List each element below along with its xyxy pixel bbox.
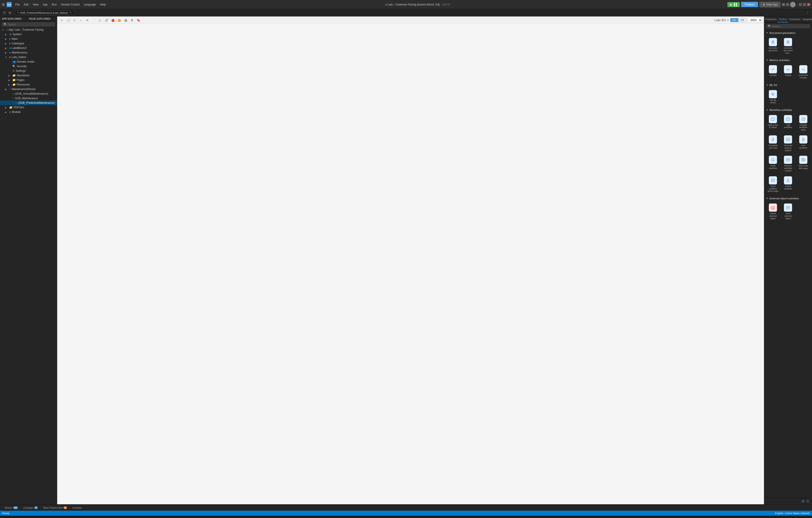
tab-connector[interactable]: Connector [788,17,802,22]
menu-app[interactable]: App [41,2,49,7]
tool-generate-jump-to-options[interactable]: Generate jump-to options [781,134,795,153]
tool-gauge[interactable]: Gauge [781,64,795,81]
publish-button[interactable]: Publish [741,2,758,7]
tool-delete-external-object[interactable]: Delete external object [766,202,780,221]
tool-unlock-workflow[interactable]: Unlock workflow [781,175,795,194]
menu-help[interactable]: Help [98,2,108,7]
section-header-external[interactable]: ▼ External object activities [764,196,812,201]
tool-lock-workflow[interactable]: Lock workflow [796,134,810,153]
tool-retrieve-workflow-context[interactable]: Retrieve workflow context [781,154,795,173]
logic-bot-toggle[interactable]: On Off [730,18,746,22]
tab-integration[interactable]: Integration [802,17,812,22]
sidebar-item-latobikesui[interactable]: ▶●LatoBikesUI [0,46,57,50]
section-header-metrics[interactable]: ▼ Metrics activities [764,58,812,62]
panel-menu-icon[interactable]: ⋮ [805,10,810,15]
tool-link[interactable]: 🔗 [104,18,109,23]
view-app-button[interactable]: 🖥 View App [759,2,780,7]
minimize-button[interactable]: ─ [799,3,802,6]
tab-changes[interactable]: Changes 7 [21,506,40,510]
sidebar-item-security[interactable]: 🔍Security [0,64,57,68]
sidebar-item-sub_annualmaintenance[interactable]: ○(SUB_AnnualMaintenance) [0,91,57,96]
share-icon[interactable]: ↗ [786,3,789,6]
sidebar-item-domain_model[interactable]: 👥Domain model [0,59,57,64]
toggle-off[interactable]: Off [738,18,746,22]
svg-marker-75 [804,118,804,120]
sidebar-search[interactable]: 🔍 [2,22,55,27]
sidebar-item-app[interactable]: ▼⌂App 'Lato - Customer Facing' [0,27,57,32]
tab-best-practice-bot[interactable]: Best Practice Bot 9 [40,506,69,510]
tab-console[interactable]: Console [70,506,84,510]
sidebar-item-pdfgen[interactable]: ▶📁PDFGen [0,105,57,110]
avatar[interactable] [790,2,795,7]
editor-tab-active[interactable]: ⊙ SUB_PredictiveMaintenance [Lato_Native… [14,10,74,15]
explorer-toggle[interactable]: ☰ [2,10,7,15]
sidebar-item-maintenance[interactable]: ▶●Maintenance [0,50,57,55]
menu-view[interactable]: View [31,2,40,7]
list-view-icon[interactable]: ☰ [805,499,810,503]
tab-close-icon[interactable]: ✕ [69,11,71,14]
grid-view-icon[interactable]: ⊞ [801,499,805,503]
menu-edit[interactable]: Edit [22,2,30,7]
page-explorer-toggle[interactable]: ⊞ [7,10,12,15]
menu-version-control[interactable]: Version Control [59,2,81,7]
sidebar-item-settings[interactable]: ⚙Settings [0,68,57,73]
zoom-select[interactable]: 200% 150% 100% 75% 50% [748,18,762,22]
tool-change-workflow-state[interactable]: Change workflow state [796,114,810,133]
tool-apply-jump-to-option[interactable]: Apply jump-to option [766,114,780,133]
tool-show-user-task-page[interactable]: Show user task page [796,154,810,173]
close-button[interactable]: ✕ [807,3,810,6]
menu-run[interactable]: Run [50,2,59,7]
tool-generate-document[interactable]: Generate document [766,36,780,56]
sidebar-item-maintenanceperiod[interactable]: ▶○MaintenancePeriod [0,87,57,91]
tool-stop-gray[interactable]: ⬤ [123,18,128,23]
tool-stop-orange[interactable]: ⬤ [117,18,122,23]
panel-search[interactable]: 🔍 [766,24,810,28]
tool-counter[interactable]: Counter [766,64,780,81]
tool-stop-red[interactable]: ⬤ [110,18,116,23]
sidebar-item-sub_maintenance[interactable]: ○SUB_Maintenance [0,96,57,100]
sidebar-item-system[interactable]: ▶⚙System [0,32,57,36]
section-header-ml-kit[interactable]: ▼ ML Kit [764,83,812,87]
tab-properties[interactable]: Properties [764,17,778,22]
tool-annotation[interactable]: 🔖 [136,18,141,23]
tab-stories[interactable]: Stories 11 [2,506,21,510]
section-header-document-generation[interactable]: ▼ Document generation [764,31,812,35]
sidebar-item-lato_native[interactable]: ▼●Lato_Native [0,55,57,59]
tool-send-external-object[interactable]: Send external object [781,202,795,221]
tool-x[interactable]: ✕ [85,18,90,23]
tool-circle[interactable]: ○ [78,18,84,23]
tab-toolbox[interactable]: Toolbox [778,17,788,22]
app-grid-icon[interactable]: ⊞ [2,2,5,7]
sidebar-item-resources[interactable]: ▶📁Resources [0,82,57,87]
menu-file[interactable]: File [13,2,22,7]
sidebar-item-nanoflows[interactable]: ▶📁Nanoflows [0,73,57,78]
tool-select[interactable]: ↖ [59,18,64,23]
tool-show-workflow-admin-page[interactable]: Show workflow admin page [766,175,780,194]
sidebar-item-sub_predictivemaintenance[interactable]: ○(SUB_PredictiveMaintenance) [0,100,57,105]
tool-settings[interactable]: ⚙ [129,18,135,23]
sidebar-item-catalogue[interactable]: ▶●Catalogue [0,41,57,46]
maximize-button[interactable]: □ [803,3,806,6]
tool-call-ml-model[interactable]: Call ML Model [766,89,780,105]
tool-increment-counter[interactable]: + Increment Counter [796,64,810,81]
menu-language[interactable]: Language [82,2,97,7]
tree-item-label: Domain model [17,60,34,63]
copy-icon[interactable]: ⧉ [782,3,785,6]
tool-complete-user-task[interactable]: Complete user task [766,134,780,153]
sidebar-item-pages[interactable]: ▶📁Pages [0,78,57,82]
run-button[interactable]: ▶ ▐▐ [727,2,740,7]
sidebar-item-main[interactable]: ▶●Main [0,36,57,41]
tool-shape[interactable]: ⬜ [65,18,71,23]
tool-generate-document-from[interactable]: ... Generate document from... [781,36,795,56]
tool-page[interactable]: 📄 [91,18,96,23]
tool-diamond[interactable]: ◇ [72,18,77,23]
toggle-on[interactable]: On [730,18,738,22]
sidebar-search-input[interactable] [8,23,53,26]
panel-search-input[interactable] [772,25,808,28]
tool-notify-workflow[interactable]: Notify workflow [766,154,780,173]
sidebar-item-module[interactable]: ▶●Module [0,110,57,114]
tool-start[interactable]: ▷ [97,18,103,23]
sidebar-toggle-icons: ☰ ⊞ [2,10,12,15]
section-header-workflow[interactable]: ▼ Workflow activities [764,108,812,112]
tool-call-workflow[interactable]: Call workflow [781,114,795,133]
